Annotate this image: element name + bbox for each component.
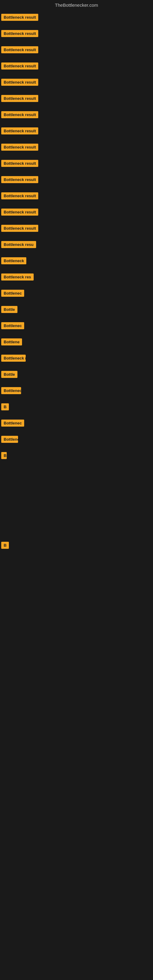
- list-item: Bottlene: [1, 433, 152, 450]
- bottleneck-badge[interactable]: Bottlenec: [1, 387, 21, 394]
- list-item: Bottle: [1, 368, 152, 385]
- list-item: B: [1, 539, 152, 555]
- list-item-empty: [1, 555, 152, 580]
- list-item: Bottleneck res: [1, 271, 152, 287]
- list-item: Bottlenec: [1, 320, 152, 336]
- bottleneck-badge[interactable]: Bottlenec: [1, 420, 24, 426]
- bottleneck-badge[interactable]: Bottlenec: [1, 290, 24, 297]
- bottleneck-badge[interactable]: Bottleneck result: [1, 160, 38, 167]
- bottleneck-badge[interactable]: Bottleneck result: [1, 30, 38, 37]
- list-item: Bottlene: [1, 336, 152, 352]
- list-item: Bottlenec: [1, 417, 152, 433]
- list-item: Bottleneck result: [1, 92, 152, 109]
- bottleneck-badge[interactable]: Bottleneck resu: [1, 241, 36, 248]
- list-item: Bottleneck result: [1, 190, 152, 206]
- bottleneck-badge[interactable]: Bottleneck result: [1, 95, 38, 102]
- bottleneck-badge[interactable]: Bottleneck result: [1, 14, 38, 21]
- list-item: Bottleneck result: [1, 109, 152, 125]
- list-item: Bottleneck result: [1, 76, 152, 92]
- list-item: Bottleneck result: [1, 141, 152, 158]
- list-item: Bottleneck result: [1, 158, 152, 173]
- bottleneck-badge[interactable]: Bottleneck r: [1, 355, 26, 362]
- bottleneck-badge[interactable]: Bottleneck result: [1, 111, 38, 118]
- list-item: Bottleneck result: [1, 222, 152, 239]
- list-item: Bottlenec: [1, 287, 152, 304]
- list-item: Bottleneck result: [1, 11, 152, 27]
- bottleneck-badge[interactable]: Bottleneck res: [1, 274, 33, 280]
- list-item: B: [1, 401, 152, 417]
- list-item: Bottleneck resu: [1, 239, 152, 255]
- bottleneck-badge[interactable]: Bottleneck result: [1, 144, 38, 151]
- list-item: Bottleneck result: [1, 173, 152, 190]
- bottleneck-badge[interactable]: Bottleneck result: [1, 127, 38, 134]
- list-item-empty: [1, 605, 152, 629]
- list-item: B: [1, 450, 152, 466]
- items-container: Bottleneck result Bottleneck result Bott…: [0, 11, 153, 654]
- site-title: TheBottlenecker.com: [55, 2, 98, 8]
- bottleneck-badge[interactable]: Bottleneck result: [1, 192, 38, 199]
- list-item: Bottle: [1, 304, 152, 320]
- bottleneck-badge[interactable]: Bottlenec: [1, 322, 24, 329]
- bottleneck-badge[interactable]: B: [1, 403, 9, 410]
- list-item: Bottleneck result: [1, 60, 152, 76]
- list-item-empty: [1, 580, 152, 605]
- bottleneck-badge[interactable]: Bottleneck result: [1, 208, 38, 216]
- bottleneck-badge[interactable]: Bottleneck result: [1, 46, 38, 53]
- bottleneck-badge[interactable]: Bottleneck result: [1, 225, 38, 232]
- bottleneck-badge[interactable]: B: [1, 452, 7, 459]
- bottleneck-badge[interactable]: Bottle: [1, 306, 18, 313]
- bottleneck-badge[interactable]: Bottleneck: [1, 257, 26, 264]
- bottleneck-badge[interactable]: B: [1, 542, 9, 549]
- list-item: Bottlenec: [1, 385, 152, 401]
- bottleneck-badge[interactable]: Bottleneck result: [1, 79, 38, 86]
- site-header: TheBottlenecker.com: [0, 0, 153, 11]
- bottleneck-badge[interactable]: Bottlene: [1, 436, 18, 443]
- list-item: Bottleneck: [1, 255, 152, 271]
- bottleneck-badge[interactable]: Bottleneck result: [1, 62, 38, 70]
- bottleneck-badge[interactable]: Bottle: [1, 371, 18, 378]
- list-item: Bottleneck result: [1, 27, 152, 44]
- list-item: Bottleneck result: [1, 125, 152, 141]
- list-item-empty: [1, 629, 152, 654]
- bottleneck-badge[interactable]: Bottleneck result: [1, 176, 38, 183]
- list-item-empty: [1, 515, 152, 539]
- bottleneck-badge[interactable]: Bottlene: [1, 339, 22, 345]
- list-item: Bottleneck r: [1, 352, 152, 368]
- list-item-empty: [1, 490, 152, 515]
- list-item: Bottleneck result: [1, 44, 152, 60]
- list-item: Bottleneck result: [1, 206, 152, 222]
- list-item-empty: [1, 466, 152, 490]
